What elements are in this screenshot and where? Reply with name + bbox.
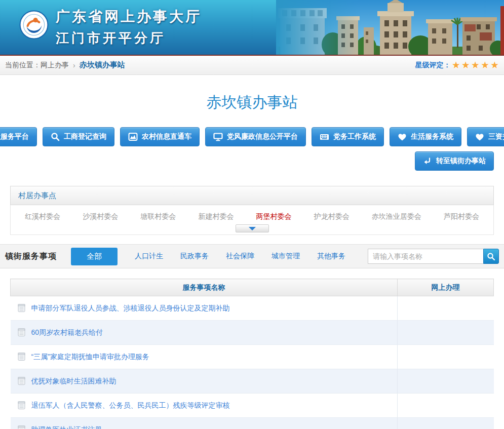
table-row: 优抚对象临时生活困难补助	[11, 369, 494, 394]
table-row: 60周岁农村籍老兵给付	[11, 321, 494, 345]
heart-icon	[475, 133, 484, 141]
breadcrumb-bar: 当前位置： 网上办事 › 赤坎镇办事站 星级评定： ★ ★ ★ ★ ★	[0, 56, 504, 75]
quick-link-label: 农村信息直通车	[142, 132, 191, 141]
village-expand-toggle[interactable]	[236, 224, 269, 232]
site-title-line1: 广东省网上办事大厅	[56, 7, 202, 26]
tab-social-security[interactable]: 社会保障	[226, 252, 254, 261]
search-button[interactable]	[483, 249, 499, 264]
breadcrumb-link-online-service[interactable]: 网上办事	[41, 61, 69, 70]
star-icon[interactable]: ★	[490, 59, 499, 71]
service-items-bar: 镇街服务事项 全部 人口计生 民政事务 社会保障 城市管理 其他事务	[0, 244, 504, 268]
site-logo	[19, 10, 49, 40]
quick-link-life-service[interactable]: 生活服务系统	[390, 127, 461, 146]
service-search	[368, 249, 499, 264]
search-input[interactable]	[368, 249, 483, 264]
online-handle-cell	[398, 369, 494, 394]
service-section-title: 镇街服务事项	[5, 251, 57, 262]
keyboard-icon	[320, 132, 329, 141]
quick-link-label: 三资交易平台	[488, 132, 504, 141]
star-icon[interactable]: ★	[471, 59, 480, 71]
village-link-shaxi[interactable]: 沙溪村委会	[83, 212, 118, 221]
document-icon	[18, 328, 25, 336]
village-link-hongxi[interactable]: 红溪村委会	[25, 212, 60, 221]
breadcrumb-separator: ›	[73, 61, 75, 69]
heart-icon	[398, 133, 407, 141]
quick-links-row: 人社服务平台 工商登记查询 农村信息直通车 党风廉政信息公开平台 党务工作系统 …	[10, 127, 494, 146]
quick-link-social-service[interactable]: 人社服务平台	[0, 127, 37, 146]
search-icon	[51, 132, 60, 141]
online-handle-cell	[398, 394, 494, 418]
village-section-header: 村居办事点	[10, 186, 494, 205]
site-title-line2: 江门市开平分厅	[56, 29, 202, 47]
tab-population[interactable]: 人口计生	[135, 252, 163, 261]
service-item-link[interactable]: 退伍军人（含人民警察、公务员、民兵民工）残疾等级评定审核	[31, 401, 229, 409]
service-item-link[interactable]: 60周岁农村籍老兵给付	[31, 328, 103, 336]
village-link-tanglian[interactable]: 塘联村委会	[140, 212, 176, 221]
quick-link-label: 生活服务系统	[411, 132, 453, 141]
document-icon	[18, 401, 25, 409]
quick-link-label: 人社服务平台	[0, 132, 29, 141]
service-item-link[interactable]: 助理兽医执业证书注册	[31, 425, 102, 429]
table-row: 退伍军人（含人民警察、公务员、民兵民工）残疾等级评定审核	[11, 394, 494, 418]
star-icon[interactable]: ★	[481, 59, 489, 71]
village-list-box: 红溪村委会 沙溪村委会 塘联村委会 新建村委会 两堡村委会 护龙村委会 赤坎渔业…	[10, 205, 494, 235]
service-items-table: 服务事项名称 网上办理 申请部分军队退役人员参战、涉核退役人员身份认定及定期补助…	[10, 279, 494, 429]
document-icon	[18, 303, 25, 312]
quick-link-label: 工商登记查询	[64, 132, 106, 141]
tab-city-management[interactable]: 城市管理	[272, 252, 300, 261]
page-title: 赤坎镇办事站	[10, 75, 494, 113]
online-handle-cell	[398, 418, 494, 429]
site-header: 广东省网上办事大厅 江门市开平分厅	[0, 0, 504, 56]
village-link-luyang[interactable]: 芦阳村委会	[444, 212, 479, 221]
document-icon	[18, 425, 25, 429]
online-handle-cell	[398, 296, 494, 321]
online-handle-cell	[398, 345, 494, 369]
tab-other-affairs[interactable]: 其他事务	[317, 252, 345, 261]
chevron-down-icon	[249, 227, 256, 230]
transfer-button-label: 转至镇街办事站	[436, 157, 486, 166]
tab-all[interactable]: 全部	[71, 248, 118, 265]
monitor-icon	[213, 132, 223, 141]
column-header-service-name: 服务事项名称	[11, 279, 398, 296]
service-tabs: 全部 人口计生 民政事务 社会保障 城市管理 其他事务	[71, 248, 345, 265]
service-item-link[interactable]: “三属”家庭定期抚恤申请审批办理服务	[31, 353, 149, 361]
table-row: 申请部分军队退役人员参战、涉核退役人员身份认定及定期补助	[11, 296, 494, 321]
quick-link-business-registration[interactable]: 工商登记查询	[43, 127, 114, 146]
quick-link-rural-info[interactable]: 农村信息直通车	[120, 127, 200, 146]
transfer-row: 转至镇街办事站	[10, 151, 494, 171]
return-arrow-icon	[423, 157, 432, 166]
breadcrumb-current-page: 赤坎镇办事站	[80, 60, 125, 70]
village-link-hulong[interactable]: 护龙村委会	[314, 212, 350, 221]
quick-link-party-integrity[interactable]: 党风廉政信息公开平台	[205, 127, 306, 146]
search-icon	[487, 252, 495, 261]
document-icon	[18, 376, 25, 385]
table-row: 助理兽医执业证书注册	[11, 418, 494, 429]
quick-link-label: 党务工作系统	[333, 132, 376, 141]
transfer-to-town-station-button[interactable]: 转至镇街办事站	[415, 151, 494, 171]
quick-link-label: 党风廉政信息公开平台	[227, 132, 298, 141]
quick-link-three-capital-trading[interactable]: 三资交易平台	[467, 127, 504, 146]
online-handle-cell	[398, 321, 494, 345]
column-header-online-handle: 网上办理	[398, 279, 494, 296]
village-link-xinjian[interactable]: 新建村委会	[198, 212, 234, 221]
star-icon[interactable]: ★	[452, 59, 460, 71]
quick-link-party-work[interactable]: 党务工作系统	[312, 127, 384, 146]
service-item-link[interactable]: 申请部分军队退役人员参战、涉核退役人员身份认定及定期补助	[31, 304, 229, 312]
table-row: “三属”家庭定期抚恤申请审批办理服务	[11, 345, 494, 369]
breadcrumb-label: 当前位置：	[5, 61, 41, 70]
header-photo-diaolou	[276, 0, 504, 56]
star-rating: 星级评定： ★ ★ ★ ★ ★	[415, 59, 499, 71]
chart-icon	[128, 132, 138, 141]
document-icon	[18, 352, 25, 361]
village-list: 红溪村委会 沙溪村委会 塘联村委会 新建村委会 两堡村委会 护龙村委会 赤坎渔业…	[25, 212, 479, 221]
village-link-chikan-fishery[interactable]: 赤坎渔业居委会	[372, 212, 421, 221]
service-item-link[interactable]: 优抚对象临时生活困难补助	[31, 377, 116, 385]
village-link-liangbao-active[interactable]: 两堡村委会	[256, 212, 292, 221]
rating-label: 星级评定：	[415, 61, 451, 70]
tab-civil-affairs[interactable]: 民政事务	[180, 252, 209, 261]
star-icon[interactable]: ★	[461, 59, 470, 71]
